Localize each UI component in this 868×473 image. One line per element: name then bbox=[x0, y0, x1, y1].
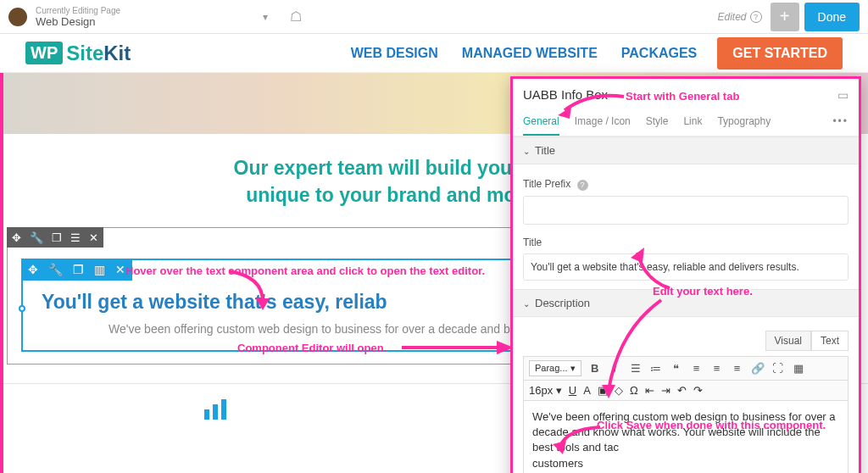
tab-more[interactable]: ••• bbox=[832, 110, 849, 136]
close-icon[interactable]: ✕ bbox=[115, 263, 125, 276]
annotation-border bbox=[0, 73, 3, 473]
outdent-icon[interactable]: ⇤ bbox=[645, 384, 654, 397]
text-tab[interactable]: Text bbox=[811, 331, 849, 351]
title-prefix-input[interactable] bbox=[523, 196, 849, 225]
page-meta[interactable]: Currently Editing Page Web Design bbox=[36, 6, 248, 28]
move-icon[interactable]: ✥ bbox=[28, 263, 38, 276]
quote-icon[interactable]: ❝ bbox=[670, 362, 683, 376]
editing-label: Currently Editing Page bbox=[36, 6, 248, 15]
link-icon[interactable]: 🔗 bbox=[751, 362, 765, 376]
module-toolbar: ✥ 🔧 ❐ ▥ ✕ bbox=[21, 259, 132, 281]
align-center-icon[interactable]: ≡ bbox=[710, 362, 724, 376]
add-button[interactable]: + bbox=[771, 3, 799, 31]
fullscreen-icon[interactable]: ⛶ bbox=[771, 362, 785, 376]
bullet-list-icon[interactable]: ☰ bbox=[629, 362, 643, 376]
tab-style[interactable]: Style bbox=[646, 110, 669, 136]
align-left-icon[interactable]: ≡ bbox=[690, 362, 704, 376]
stats-icon[interactable] bbox=[0, 384, 434, 434]
builder-logo bbox=[8, 8, 27, 26]
help-icon[interactable]: ? bbox=[577, 180, 588, 191]
wysiwyg-toolbar: Parag... ▾ B I ☰ ≔ ❝ ≡ ≡ ≡ 🔗 ⛶ ▦ bbox=[523, 356, 849, 381]
align-right-icon[interactable]: ≡ bbox=[731, 362, 744, 376]
section-title-head[interactable]: ⌄Title bbox=[513, 136, 859, 164]
column-icon[interactable]: ▥ bbox=[94, 263, 105, 276]
wysiwyg-toolbar-2: 16px ▾ U A ▣ ◇ Ω ⇤ ⇥ ↶ ↷ bbox=[523, 381, 849, 401]
chevron-down-icon[interactable]: ▾ bbox=[263, 11, 268, 23]
get-started-button[interactable]: GET STARTED bbox=[717, 37, 843, 70]
edited-label: Edited bbox=[718, 11, 747, 23]
toolbar-toggle-icon[interactable]: ▦ bbox=[792, 362, 805, 376]
format-select[interactable]: Parag... ▾ bbox=[529, 360, 581, 376]
specialchar-icon[interactable]: Ω bbox=[630, 384, 638, 397]
nav-link-web-design[interactable]: WEB DESIGN bbox=[351, 46, 438, 61]
done-button[interactable]: Done bbox=[804, 3, 860, 31]
copy-icon[interactable]: ❐ bbox=[73, 263, 84, 276]
textcolor-icon[interactable]: A bbox=[583, 384, 591, 397]
clear-icon[interactable]: ◇ bbox=[615, 384, 623, 397]
tab-typography[interactable]: Typography bbox=[717, 110, 771, 136]
editor-body[interactable]: We've been offering custom web design to… bbox=[523, 401, 849, 473]
undo-icon[interactable]: ↶ bbox=[677, 384, 687, 397]
expand-icon[interactable]: ▭ bbox=[837, 88, 849, 102]
tab-general[interactable]: General bbox=[523, 110, 559, 136]
site-logo[interactable]: WP SiteKit bbox=[25, 42, 131, 65]
logo-kit: Kit bbox=[103, 42, 131, 65]
nav-link-packages[interactable]: PACKAGES bbox=[621, 46, 698, 61]
logo-site: Site bbox=[66, 42, 103, 65]
help-icon[interactable]: ? bbox=[750, 11, 762, 23]
tab-image-icon[interactable]: Image / Icon bbox=[575, 110, 631, 136]
panel-title: UABB Info Box bbox=[523, 87, 608, 102]
title-field-label: Title bbox=[523, 236, 849, 248]
title-input[interactable] bbox=[523, 253, 849, 281]
visual-tab[interactable]: Visual bbox=[765, 331, 811, 351]
underline-icon[interactable]: U bbox=[569, 384, 576, 397]
panel-tabs: General Image / Icon Style Link Typograp… bbox=[513, 110, 859, 136]
wrench-icon[interactable]: 🔧 bbox=[48, 263, 63, 276]
svg-rect-2 bbox=[221, 399, 226, 420]
title-prefix-label: Title Prefix ? bbox=[523, 178, 849, 191]
bell-icon[interactable]: ☖ bbox=[290, 8, 302, 25]
logo-wp: WP bbox=[25, 42, 63, 64]
bold-icon[interactable]: B bbox=[588, 362, 602, 376]
indent-icon[interactable]: ⇥ bbox=[661, 384, 670, 397]
page-name: Web Design bbox=[36, 15, 248, 28]
settings-panel: UABB Info Box ▭ General Image / Icon Sty… bbox=[510, 76, 861, 473]
nav-link-managed-website[interactable]: MANAGED WEBSITE bbox=[462, 46, 598, 61]
italic-icon[interactable]: I bbox=[609, 362, 622, 376]
section-description-head[interactable]: ⌄Description bbox=[513, 289, 859, 317]
redo-icon[interactable]: ↷ bbox=[693, 384, 703, 397]
image-icon[interactable]: ▣ bbox=[598, 384, 608, 397]
fontsize-select[interactable]: 16px ▾ bbox=[529, 384, 562, 397]
tab-link[interactable]: Link bbox=[683, 110, 702, 136]
number-list-icon[interactable]: ≔ bbox=[649, 362, 663, 376]
svg-rect-1 bbox=[213, 404, 218, 420]
svg-rect-0 bbox=[204, 409, 209, 420]
selection-handle[interactable] bbox=[19, 305, 25, 312]
